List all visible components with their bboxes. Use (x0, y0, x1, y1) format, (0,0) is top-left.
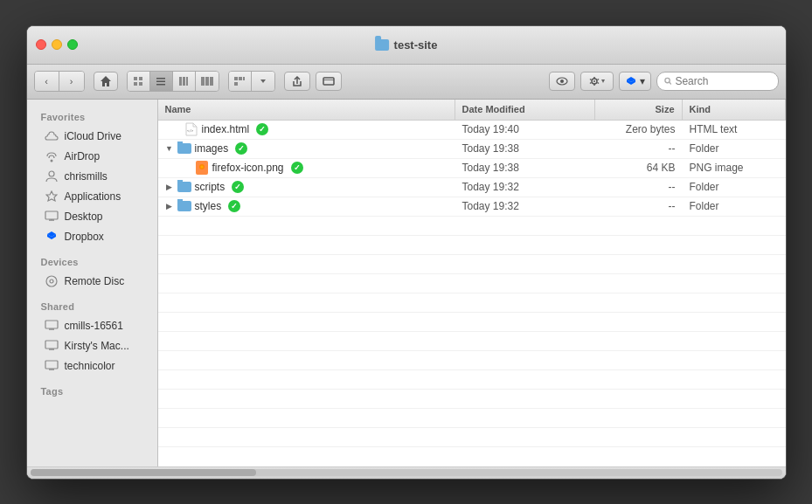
sidebar-item-cmills[interactable]: cmills-16561 (31, 316, 154, 335)
close-button[interactable] (36, 39, 46, 50)
dropdown-arrow-icon (260, 78, 267, 85)
size-cell: -- (595, 181, 683, 193)
svg-point-47 (50, 280, 53, 283)
file-name-cell: </> index.html ✓ (158, 122, 455, 136)
tag-icon (323, 76, 335, 86)
svg-rect-12 (205, 77, 209, 86)
column-view-button[interactable] (173, 72, 196, 91)
forward-button[interactable]: › (59, 72, 84, 91)
date-cell: Today 19:38 (455, 162, 595, 174)
disclosure-triangle[interactable]: ▼ (165, 144, 174, 153)
status-badge: ✓ (228, 200, 240, 212)
name-column-header[interactable]: Name (158, 100, 455, 120)
sidebar-item-airdrop[interactable]: AirDrop (31, 147, 154, 166)
sidebar-item-chrismills[interactable]: chrismills (31, 167, 154, 186)
share-button[interactable] (284, 72, 310, 91)
table-row[interactable]: ▶ styles ✓ Today 19:32 -- Folder (158, 197, 786, 217)
table-row[interactable]: firefox-icon.png ✓ Today 19:38 64 KB PNG… (158, 159, 786, 178)
table-row[interactable]: </> index.html ✓ Today 19:40 Zero bytes … (158, 121, 786, 140)
sidebar-item-remote-disc[interactable]: Remote Disc (31, 272, 154, 291)
svg-rect-7 (156, 84, 165, 86)
monitor-icon-technicolor (45, 359, 59, 373)
svg-marker-32 (601, 79, 605, 83)
sidebar-remote-disc-label: Remote Disc (65, 275, 125, 287)
toolbar: ‹ › (27, 65, 786, 100)
scrollbar-thumb[interactable] (31, 469, 256, 476)
svg-rect-1 (134, 77, 137, 80)
arrange-view-button[interactable] (229, 72, 252, 91)
dropbox-label: ▾ (640, 75, 645, 87)
sidebar-item-icloud-drive[interactable]: iCloud Drive (31, 127, 154, 146)
svg-rect-15 (239, 77, 242, 80)
disclosure-triangle[interactable]: ▶ (165, 202, 174, 211)
table-row[interactable]: ▼ images ✓ Today 19:38 -- Folder (158, 140, 786, 159)
traffic-lights (36, 39, 78, 50)
window-title: test-site (375, 38, 438, 52)
svg-rect-13 (210, 77, 213, 86)
svg-rect-40 (45, 211, 58, 219)
action-button[interactable] (580, 72, 614, 91)
disclosure-triangle[interactable]: ▶ (165, 183, 174, 191)
size-cell: Zero bytes (595, 123, 683, 135)
folder-icon (177, 143, 191, 154)
svg-point-46 (46, 276, 57, 287)
minimize-button[interactable] (52, 39, 62, 50)
cloud-icon (45, 129, 59, 143)
tag-button[interactable] (316, 72, 342, 91)
sidebar-item-technicolor[interactable]: technicolor (31, 356, 154, 376)
sidebar-cmills-label: cmills-16561 (65, 320, 123, 332)
sidebar-item-dropbox[interactable]: Dropbox (31, 227, 154, 246)
shared-label: Shared (27, 298, 157, 315)
desktop-icon (45, 210, 59, 224)
html-document-icon: </> (185, 122, 198, 136)
sidebar-item-kirstys-mac[interactable]: Kirsty's Mac... (31, 336, 154, 356)
icon-view-button[interactable] (128, 72, 150, 91)
arrange-dropdown-button[interactable] (252, 72, 274, 91)
svg-rect-9 (183, 77, 185, 86)
search-input[interactable] (675, 75, 770, 87)
folder-icon (177, 201, 191, 211)
dropbox-icon (625, 75, 637, 87)
size-cell: -- (595, 142, 683, 155)
search-box[interactable] (656, 72, 779, 91)
svg-rect-6 (156, 81, 165, 83)
folder-file-icon (177, 199, 191, 213)
icon-view-icon (133, 76, 143, 86)
list-view-button[interactable] (150, 72, 173, 91)
size-column-header[interactable]: Size (595, 100, 683, 120)
sidebar-item-applications[interactable]: Applications (31, 187, 154, 206)
view-buttons (127, 71, 219, 92)
applications-icon (45, 190, 59, 204)
scrollbar-track[interactable] (31, 469, 782, 476)
airdrop-icon (45, 149, 59, 163)
date-cell: Today 19:32 (455, 181, 595, 193)
home-button[interactable] (94, 72, 118, 91)
maximize-button[interactable] (67, 39, 78, 50)
table-row[interactable]: ▶ scripts ✓ Today 19:32 -- Folder (158, 178, 786, 197)
sidebar-applications-label: Applications (65, 190, 121, 203)
date-cell: Today 19:38 (455, 142, 595, 155)
kind-cell: Folder (683, 200, 786, 212)
sidebar: Favorites iCloud Drive AirDro (27, 100, 158, 466)
gear-dropdown-icon (600, 79, 606, 84)
kind-column-header[interactable]: Kind (683, 100, 786, 120)
eye-button[interactable] (549, 72, 575, 91)
sidebar-item-desktop[interactable]: Desktop (31, 207, 154, 226)
sidebar-dropbox-label: Dropbox (65, 231, 104, 243)
svg-line-30 (590, 83, 592, 84)
coverflow-view-button[interactable] (196, 72, 219, 91)
person-icon (45, 169, 59, 183)
sidebar-chrismills-label: chrismills (65, 170, 108, 183)
file-name-cell: ▼ images ✓ (158, 142, 455, 155)
table-row-empty (158, 313, 786, 332)
png-icon (196, 161, 208, 175)
svg-point-39 (49, 171, 54, 176)
dropbox-button[interactable]: ▾ (619, 72, 651, 91)
arrange-icon (233, 76, 246, 86)
date-column-header[interactable]: Date Modified (455, 100, 595, 120)
back-button[interactable]: ‹ (35, 72, 59, 91)
horizontal-scrollbar[interactable] (27, 466, 786, 479)
search-icon (664, 77, 672, 86)
svg-rect-2 (139, 77, 142, 80)
finder-window: test-site ‹ › (26, 25, 787, 480)
